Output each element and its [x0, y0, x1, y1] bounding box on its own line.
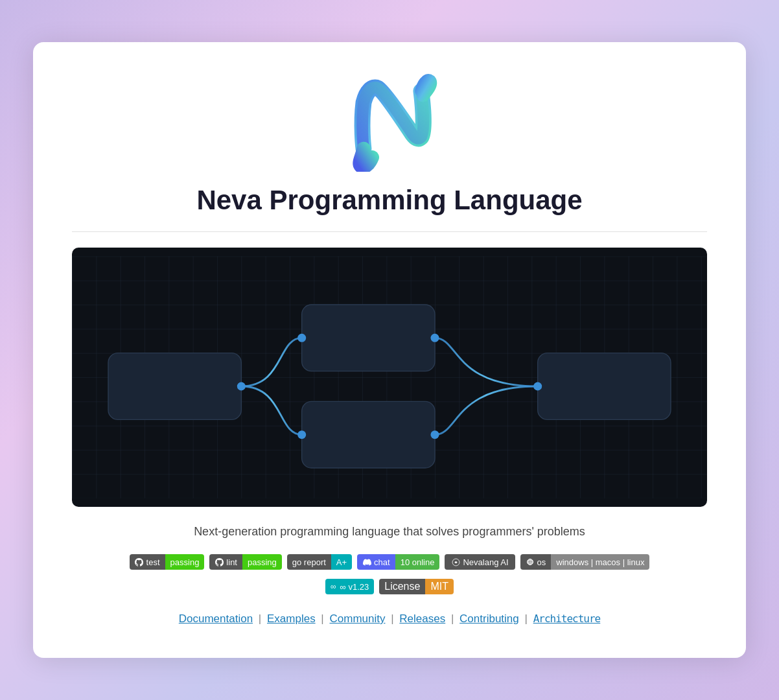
go-report-badge[interactable]: go report A+ [287, 554, 352, 570]
page-description: Next-generation programming language tha… [72, 525, 707, 539]
test-badge-right: passing [165, 554, 205, 570]
go-report-right: A+ [331, 554, 352, 570]
chat-badge-right: 10 online [395, 554, 440, 570]
svg-point-11 [533, 382, 542, 390]
nav-architecture[interactable]: Architecture [533, 612, 601, 625]
github-icon [135, 557, 144, 566]
svg-point-7 [297, 334, 306, 342]
lint-badge-left: lint [209, 554, 242, 570]
nav-examples[interactable]: Examples [267, 612, 316, 625]
os-icon [526, 557, 535, 566]
svg-rect-4 [302, 401, 435, 468]
nav-links: Documentation | Examples | Community | R… [72, 612, 707, 625]
go-report-left: go report [287, 554, 331, 570]
flow-diagram [72, 248, 707, 507]
version-badge[interactable]: ∞ ∞ v1.23 [325, 579, 374, 594]
svg-rect-5 [538, 353, 671, 420]
nav-documentation[interactable]: Documentation [179, 612, 253, 625]
logo-area [72, 68, 707, 172]
svg-point-6 [237, 382, 246, 390]
neva-logo [331, 68, 448, 172]
nav-sep-5: | [525, 612, 531, 625]
nav-sep-1: | [259, 612, 264, 625]
license-badge[interactable]: License MIT [379, 579, 454, 594]
license-badge-left: License [379, 579, 425, 594]
nav-contributing[interactable]: Contributing [459, 612, 519, 625]
svg-point-10 [430, 430, 439, 439]
os-badge-left: os [520, 554, 552, 570]
badges-row-1: test passing lint passing go report [72, 554, 707, 570]
lint-badge-right: passing [242, 554, 282, 570]
divider [72, 231, 707, 232]
license-badge-right: MIT [425, 579, 454, 594]
os-badge[interactable]: os windows | macos | linux [520, 554, 650, 570]
nav-sep-4: | [451, 612, 457, 625]
lint-badge[interactable]: lint passing [209, 554, 281, 570]
svg-point-8 [297, 430, 306, 439]
svg-rect-3 [302, 305, 435, 371]
ai-badge[interactable]: Nevalang AI [445, 554, 515, 570]
diagram-container [72, 248, 707, 507]
github-icon-2 [215, 557, 224, 566]
chat-badge[interactable]: chat 10 online [357, 554, 439, 570]
test-badge[interactable]: test passing [130, 554, 205, 570]
svg-rect-2 [108, 353, 241, 420]
nav-releases[interactable]: Releases [399, 612, 445, 625]
discord-icon [362, 557, 371, 566]
ai-icon [451, 557, 460, 566]
nav-community[interactable]: Community [330, 612, 386, 625]
test-badge-left: test [130, 554, 165, 570]
page-title: Neva Programming Language [72, 185, 707, 216]
svg-point-9 [430, 334, 439, 342]
badges-row-2: ∞ ∞ v1.23 License MIT [72, 579, 707, 594]
nav-sep-3: | [391, 612, 397, 625]
main-card: Neva Programming Language [33, 42, 746, 658]
infinity-icon: ∞ [331, 582, 336, 591]
os-badge-right: windows | macos | linux [551, 554, 649, 570]
chat-badge-left: chat [357, 554, 395, 570]
nav-sep-2: | [321, 612, 327, 625]
